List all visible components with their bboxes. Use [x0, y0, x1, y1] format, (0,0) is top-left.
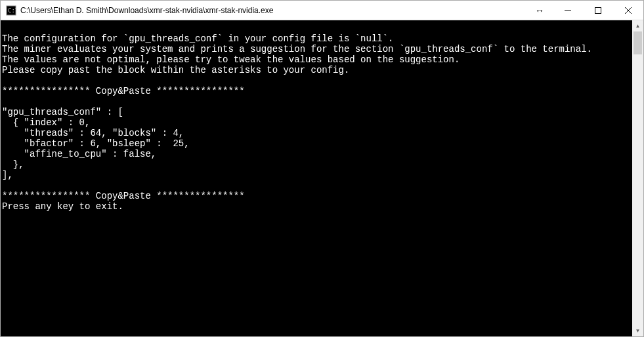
scrollbar-up-arrow[interactable]: ▲: [632, 20, 643, 31]
console-window: C:\ C:\Users\Ethan D. Smith\Downloads\xm…: [0, 0, 644, 337]
window-title: C:\Users\Ethan D. Smith\Downloads\xmr-st…: [20, 6, 526, 15]
resize-hint-icon: ↔: [526, 1, 553, 20]
svg-rect-3: [595, 7, 601, 13]
client-area: The configuration for `gpu_threads_conf`…: [1, 20, 643, 336]
scrollbar-thumb[interactable]: [633, 31, 642, 54]
app-icon: C:\: [6, 5, 16, 16]
titlebar[interactable]: C:\ C:\Users\Ethan D. Smith\Downloads\xm…: [1, 1, 643, 20]
maximize-button[interactable]: [583, 1, 613, 20]
console-output[interactable]: The configuration for `gpu_threads_conf`…: [1, 20, 632, 336]
scrollbar-down-arrow[interactable]: ▼: [632, 325, 643, 336]
minimize-button[interactable]: [553, 1, 583, 20]
window-controls: ↔: [526, 1, 643, 20]
scrollbar-track[interactable]: [632, 31, 643, 325]
svg-text:C:\: C:\: [8, 7, 16, 14]
vertical-scrollbar[interactable]: ▲ ▼: [632, 20, 643, 336]
close-button[interactable]: [613, 1, 643, 20]
